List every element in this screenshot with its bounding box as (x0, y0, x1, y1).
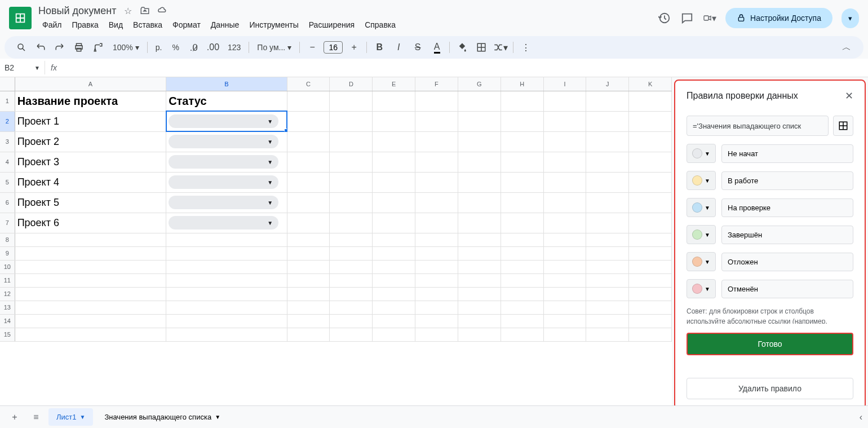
cell-H5[interactable] (501, 172, 543, 192)
cell-G2[interactable] (458, 111, 501, 131)
cell-C15[interactable] (287, 328, 330, 341)
cell-F12[interactable] (415, 287, 458, 301)
col-header-K[interactable]: K (629, 77, 672, 91)
currency-button[interactable]: р. (152, 43, 166, 52)
collapse-toolbar-icon[interactable]: ︿ (839, 39, 854, 55)
cell-H4[interactable] (501, 152, 543, 172)
row-header-5[interactable]: 5 (0, 172, 15, 192)
cell-G1[interactable] (458, 91, 501, 111)
cell-H10[interactable] (501, 260, 543, 273)
cell-C14[interactable] (287, 314, 330, 328)
option-input-5[interactable] (721, 280, 853, 298)
cell-C13[interactable] (287, 301, 330, 314)
cell-C3[interactable] (287, 131, 330, 152)
cell-A9[interactable] (15, 246, 166, 260)
cell-F1[interactable] (415, 91, 458, 111)
cell-G15[interactable] (458, 328, 501, 341)
select-range-icon[interactable] (833, 116, 853, 136)
cell-H6[interactable] (501, 192, 543, 213)
cell-C6[interactable] (287, 192, 330, 213)
history-icon[interactable] (658, 11, 671, 25)
cell-E3[interactable] (373, 131, 415, 152)
cell-I7[interactable] (543, 213, 586, 233)
cell-I9[interactable] (543, 246, 586, 260)
cell-I6[interactable] (543, 192, 586, 213)
redo-icon[interactable] (52, 39, 68, 55)
move-icon[interactable] (139, 5, 150, 16)
cell-G3[interactable] (458, 131, 501, 152)
cell-K15[interactable] (629, 328, 672, 341)
cell-B4[interactable] (166, 152, 287, 172)
cell-B9[interactable] (166, 246, 287, 260)
menu-view[interactable]: Вид (105, 18, 127, 32)
spreadsheet-grid[interactable]: ABCDEFGHIJK1Название проектаСтатус2Проек… (0, 77, 672, 409)
row-header-4[interactable]: 4 (0, 152, 15, 172)
cell-D7[interactable] (330, 213, 373, 233)
all-sheets-icon[interactable]: ≡ (27, 408, 45, 426)
col-header-D[interactable]: D (330, 77, 373, 91)
cell-F10[interactable] (415, 260, 458, 273)
italic-icon[interactable]: I (391, 39, 406, 55)
cell-C1[interactable] (287, 91, 330, 111)
search-icon[interactable] (14, 39, 29, 55)
cell-B8[interactable] (166, 233, 287, 246)
menu-help[interactable]: Справка (361, 18, 400, 32)
cell-E15[interactable] (373, 328, 415, 341)
cell-K11[interactable] (629, 273, 672, 287)
cell-D15[interactable] (330, 328, 373, 341)
cell-K1[interactable] (629, 91, 672, 111)
cell-J9[interactable] (586, 246, 629, 260)
share-button[interactable]: Настройки Доступа (725, 8, 832, 28)
cell-H9[interactable] (501, 246, 543, 260)
expand-sidebar-icon[interactable]: ‹ (860, 412, 862, 422)
cell-B10[interactable] (166, 260, 287, 273)
color-chip-4[interactable]: ▼ (687, 252, 716, 271)
cell-K7[interactable] (629, 213, 672, 233)
cell-A11[interactable] (15, 273, 166, 287)
cell-B14[interactable] (166, 314, 287, 328)
row-header-12[interactable]: 12 (0, 287, 15, 301)
cell-B2[interactable] (166, 111, 287, 131)
cell-F6[interactable] (415, 192, 458, 213)
cell-D13[interactable] (330, 301, 373, 314)
cell-C10[interactable] (287, 260, 330, 273)
cell-E9[interactable] (373, 246, 415, 260)
cell-D14[interactable] (330, 314, 373, 328)
paint-format-icon[interactable] (90, 39, 106, 55)
cell-D1[interactable] (330, 91, 373, 111)
increase-decimal-icon[interactable]: .00 (205, 39, 221, 55)
cell-F11[interactable] (415, 273, 458, 287)
cell-H2[interactable] (501, 111, 543, 131)
cell-H14[interactable] (501, 314, 543, 328)
cell-J14[interactable] (586, 314, 629, 328)
cell-G9[interactable] (458, 246, 501, 260)
cell-K8[interactable] (629, 233, 672, 246)
cell-K2[interactable] (629, 111, 672, 131)
color-chip-2[interactable]: ▼ (687, 198, 716, 217)
cell-C2[interactable] (287, 111, 330, 131)
color-chip-5[interactable]: ▼ (687, 279, 716, 298)
increase-font-icon[interactable]: + (346, 39, 362, 55)
col-header-I[interactable]: I (543, 77, 586, 91)
cell-E6[interactable] (373, 192, 415, 213)
cell-B7[interactable] (166, 213, 287, 233)
row-header-2[interactable]: 2 (0, 111, 15, 131)
cell-E7[interactable] (373, 213, 415, 233)
cell-C12[interactable] (287, 287, 330, 301)
cell-K5[interactable] (629, 172, 672, 192)
dropdown-chip[interactable] (169, 196, 278, 209)
cell-C4[interactable] (287, 152, 330, 172)
cell-E13[interactable] (373, 301, 415, 314)
cell-D4[interactable] (330, 152, 373, 172)
cell-B13[interactable] (166, 301, 287, 314)
cell-H1[interactable] (501, 91, 543, 111)
cell-A5[interactable]: Проект 4 (15, 172, 166, 192)
cell-D5[interactable] (330, 172, 373, 192)
cell-H7[interactable] (501, 213, 543, 233)
cell-H12[interactable] (501, 287, 543, 301)
doc-title[interactable]: Новый документ (38, 5, 117, 17)
bold-icon[interactable]: B (371, 39, 387, 55)
row-header-11[interactable]: 11 (0, 273, 15, 287)
font-size-input[interactable]: 16 (324, 41, 343, 54)
cell-J4[interactable] (586, 152, 629, 172)
